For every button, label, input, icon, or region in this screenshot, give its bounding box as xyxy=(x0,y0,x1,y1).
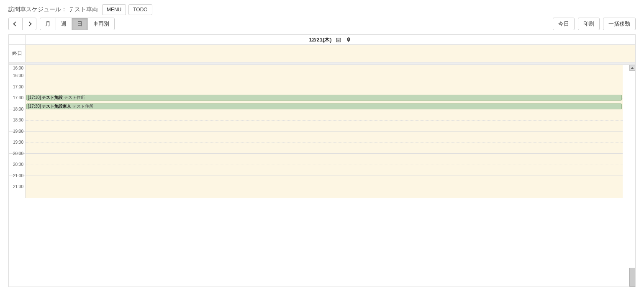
view-vehicle-button[interactable]: 車両別 xyxy=(87,18,115,30)
view-week-button[interactable]: 週 xyxy=(56,18,72,30)
time-label: 21:0021:30 xyxy=(9,176,25,198)
allday-label: 終日 xyxy=(9,45,26,62)
time-label: 17:0017:30 xyxy=(9,87,25,109)
next-button[interactable] xyxy=(22,18,36,30)
chevron-right-icon xyxy=(27,21,31,26)
chevron-left-icon xyxy=(13,21,18,26)
time-slot[interactable] xyxy=(26,154,623,176)
scrollbar-thumb[interactable] xyxy=(629,268,635,287)
event-title: テスト施設 xyxy=(42,95,63,100)
time-slot[interactable] xyxy=(26,132,623,154)
time-grid[interactable]: [17:10]テスト施設テスト住所[17:30]テスト施設東京テスト住所 xyxy=(26,65,623,198)
view-group: 月 週 日 車両別 xyxy=(40,18,115,30)
nav-group xyxy=(8,18,36,30)
schedule-icon[interactable] xyxy=(335,36,342,43)
allday-row: 終日 xyxy=(9,45,635,62)
print-button[interactable]: 印刷 xyxy=(578,18,600,30)
time-scroll[interactable]: 16:0016:3017:0017:3018:0018:3019:0019:30… xyxy=(9,65,635,287)
date-label: 12/21(木) xyxy=(309,36,331,44)
header-gutter xyxy=(9,35,26,44)
time-gutter: 16:0016:3017:0017:3018:0018:3019:0019:30… xyxy=(9,65,26,198)
calendar: 12/21(木) 終日 16:0016:3 xyxy=(8,34,636,287)
calendar-event[interactable]: [17:10]テスト施設テスト住所 xyxy=(26,95,622,101)
todo-button[interactable]: TODO xyxy=(128,4,152,15)
time-slot[interactable] xyxy=(26,176,623,198)
time-label: 16:0016:30 xyxy=(9,65,25,87)
event-subtitle: テスト住所 xyxy=(64,95,85,100)
map-pin-icon[interactable] xyxy=(345,36,352,43)
time-label: 18:0018:30 xyxy=(9,109,25,132)
event-time: [17:10] xyxy=(28,95,41,100)
vehicle-name: テスト車両 xyxy=(69,6,98,13)
view-month-button[interactable]: 月 xyxy=(40,18,56,30)
time-label: 20:0020:30 xyxy=(9,154,25,176)
time-label: 19:0019:30 xyxy=(9,132,25,154)
allday-content[interactable] xyxy=(26,45,635,62)
time-slot[interactable] xyxy=(26,109,623,132)
date-cell[interactable]: 12/21(木) xyxy=(26,35,635,44)
title-prefix: 訪問車スケジュール： xyxy=(8,6,67,13)
prev-button[interactable] xyxy=(8,18,22,30)
view-day-button[interactable]: 日 xyxy=(72,18,87,30)
page-title: 訪問車スケジュール： テスト車両 xyxy=(8,6,98,13)
date-header: 12/21(木) xyxy=(9,35,635,45)
event-subtitle: テスト住所 xyxy=(72,104,93,109)
today-button[interactable]: 今日 xyxy=(553,18,575,30)
bulk-move-button[interactable]: 一括移動 xyxy=(603,18,636,30)
time-slot[interactable] xyxy=(26,65,623,87)
event-title: テスト施設東京 xyxy=(42,104,71,109)
calendar-event[interactable]: [17:30]テスト施設東京テスト住所 xyxy=(26,103,622,109)
event-time: [17:30] xyxy=(28,104,41,109)
menu-button[interactable]: MENU xyxy=(102,4,126,15)
